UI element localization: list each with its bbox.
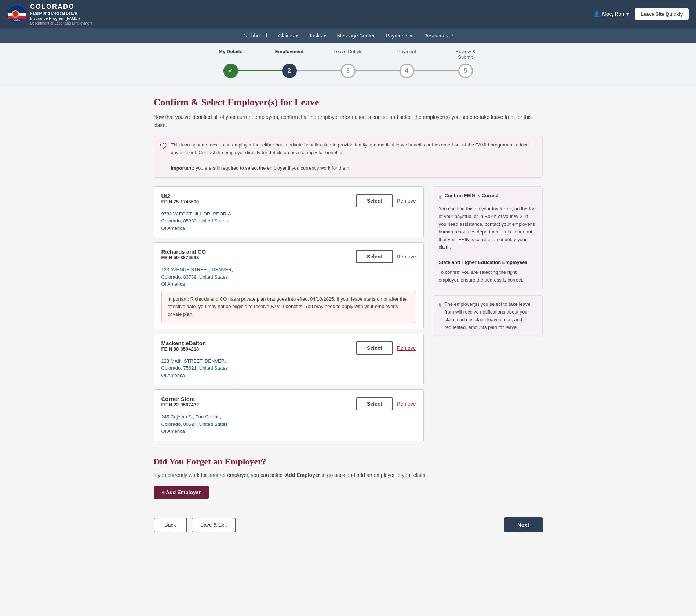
page-description: Now that you've identified all of your c… [154,113,543,130]
step-circle-5: 5 [458,64,473,78]
step-label-3: Leave Details [319,49,378,60]
employer-header-3: MackenzIeDalton FEIN 88-3594218 Select R… [161,340,416,355]
employer-name-3: MackenzIeDalton [161,340,206,346]
leave-site-button[interactable]: Leave Site Quickly [635,8,689,20]
employer-actions-1: Select Remove [356,194,416,207]
nav-payments[interactable]: Payments ▾ [386,33,412,39]
shield-icon: 🛡 [160,142,167,151]
step-label-2: Employment [260,49,319,60]
step-label-1: My Details [201,49,260,60]
employer-card-4: Corner Store FEIN 22-0567432 Select Remo… [154,389,424,441]
employer-fein-2: FEIN 59-3876538 [161,255,206,260]
user-icon: 👤 [594,11,600,17]
program-name: Family and Medical Leave Insurance Progr… [30,11,92,21]
sidebar-box-2-text: The employer(s) you select to take leave… [445,301,536,331]
user-name: Mac, Ron [602,11,624,17]
step-circle-1: ✓ [223,64,238,78]
bottom-nav: Back Save & Exit Next [154,510,543,532]
add-employer-button[interactable]: + Add Employer [154,486,209,499]
forgot-section: Did You Forget an Employer? If you curre… [154,457,543,499]
dept-name: Department of Labor and Employment [30,21,92,25]
employer-fein-1: FEIN 75-1745500 [161,199,199,204]
sidebar-box-2: ℹ The employer(s) you select to take lea… [433,295,543,337]
employer-name-1: Ut2 [161,193,199,199]
step-line-2-3 [297,70,341,71]
step-circle-4: 4 [400,64,414,78]
sidebar-box-1-text: You can find this on your tax forms, on … [439,205,536,251]
svg-point-5 [13,11,18,17]
top-header: COLC COLORADO Family and Medical Leave I… [0,0,696,28]
info-box: 🛡 This icon appears next to an employer … [154,136,543,177]
nav-dashboard[interactable]: Dashboard [242,33,267,39]
employer-address-4: 245 Cajetan St, Fort Collins, Colorado, … [161,413,416,435]
bottom-left-buttons: Back Save & Exit [154,518,236,532]
employer-card-1: Ut2 FEIN 75-1745500 Select Remove 9782 W… [154,186,424,238]
step-circle-3: 3 [341,64,356,78]
employer-header-2: Richards and CO FEIN 59-3876538 Select R… [161,249,416,263]
nav-resources[interactable]: Resources ↗ [423,33,454,39]
chevron-down-icon: ▾ [626,11,629,17]
employer-name-4: Corner Store [161,396,199,402]
co-logo: COLC [7,4,26,23]
step-circle-2: 2 [282,64,297,78]
employer-name-2: Richards and CO [161,249,206,255]
state-name: COLORADO [30,3,92,11]
employer-info-3: MackenzIeDalton FEIN 88-3594218 [161,340,206,352]
sidebar-subtitle: State and Higher Education Employees [439,259,536,267]
remove-link-4[interactable]: Remove [397,401,416,407]
employer-actions-3: Select Remove [356,341,416,355]
employers-column: Ut2 FEIN 75-1745500 Select Remove 9782 W… [154,186,424,446]
select-button-2[interactable]: Select [356,250,393,263]
steps-labels: My Details Employment Leave Details Paym… [0,49,696,60]
save-exit-button[interactable]: Save & Exit [192,518,236,532]
nav-message-center[interactable]: Message Center [337,33,375,39]
employer-address-2: 123 AVENUE STREET, DENVER, Colorado, 837… [161,266,416,288]
employer-actions-4: Select Remove [356,397,416,410]
info-box-text: This icon appears next to an employer th… [171,141,536,172]
sidebar-box-1-header: ℹ Confirm FEIN is Correct [439,192,536,203]
forgot-title: Did You Forget an Employer? [154,457,543,467]
forgot-desc: If you currently work for another employ… [154,471,543,479]
back-button[interactable]: Back [154,518,187,532]
sidebar-subtext: To confirm you are selecting the right e… [439,269,536,284]
sidebar-column: ℹ Confirm FEIN is Correct You can find t… [433,186,543,343]
employer-info-4: Corner Store FEIN 22-0567432 [161,396,199,407]
employer-header-1: Ut2 FEIN 75-1745500 Select Remove [161,193,416,207]
select-button-1[interactable]: Select [356,194,393,207]
step-label-4: Payment [378,49,436,60]
employer-card-3: MackenzIeDalton FEIN 88-3594218 Select R… [154,334,424,385]
employer-info-1: Ut2 FEIN 75-1745500 [161,193,199,204]
employer-actions-2: Select Remove [356,250,416,263]
sidebar-box-1: ℹ Confirm FEIN is Correct You can find t… [433,186,543,290]
info-icon-2: ℹ [439,301,441,310]
nav-claims[interactable]: Claims ▾ [278,33,298,39]
two-column-layout: Ut2 FEIN 75-1745500 Select Remove 9782 W… [154,186,543,446]
steps-circles: ✓ 2 3 4 5 [0,64,696,78]
step-label-5: Review &Submit [436,49,495,60]
employer-info-2: Richards and CO FEIN 59-3876538 [161,249,206,260]
logo-area: COLC COLORADO Family and Medical Leave I… [7,3,92,25]
page-content: Confirm & Select Employer(s) for Leave N… [146,86,550,544]
step-line-1-2 [238,70,282,71]
employer-fein-3: FEIN 88-3594218 [161,346,206,352]
step-line-3-4 [356,70,400,71]
user-menu[interactable]: 👤 Mac, Ron ▾ [594,11,629,17]
next-button[interactable]: Next [504,517,543,532]
info-icon-1: ℹ [439,192,441,202]
header-right: 👤 Mac, Ron ▾ Leave Site Quickly [594,8,689,20]
colorado-flag-icon: COLC [7,4,26,23]
employer-card-2: Richards and CO FEIN 59-3876538 Select R… [154,242,424,329]
logo-text: COLORADO Family and Medical Leave Insura… [30,3,92,25]
step-line-4-5 [414,70,458,71]
remove-link-1[interactable]: Remove [397,198,416,204]
remove-link-2[interactable]: Remove [397,254,416,260]
remove-link-3[interactable]: Remove [397,345,416,351]
select-button-3[interactable]: Select [356,341,393,355]
employer-warning-2: Important: Richards and CO has a private… [161,291,416,323]
nav-tasks[interactable]: Tasks ▾ [309,33,326,39]
employer-address-3: 123 MAIN STREET, DENVER, Colorado, 75621… [161,358,416,379]
employer-header-4: Corner Store FEIN 22-0567432 Select Remo… [161,396,416,410]
employer-address-1: 9782 W FOOTHILL DR, PEORIA, Colorado, 85… [161,210,416,232]
select-button-4[interactable]: Select [356,397,393,410]
progress-section: My Details Employment Leave Details Paym… [0,43,696,86]
